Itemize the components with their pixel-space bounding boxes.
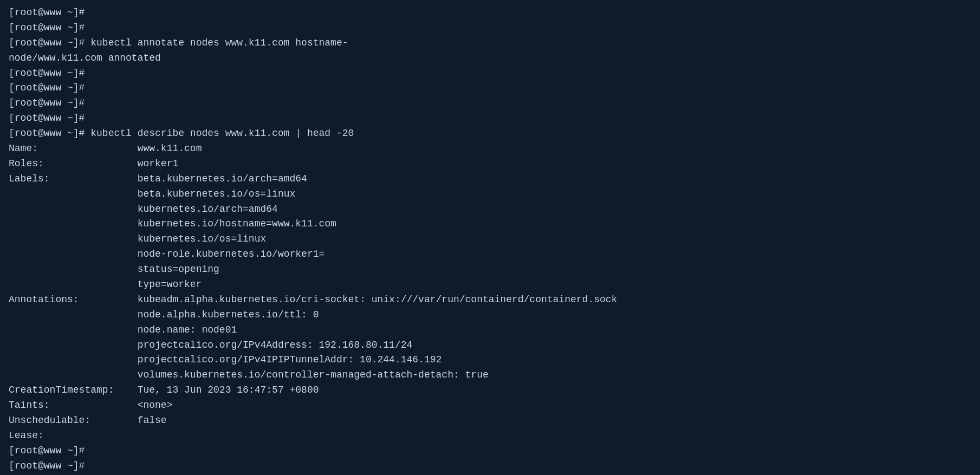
terminal-line: projectcalico.org/IPv4Address: 192.168.8… — [9, 338, 971, 353]
terminal-line: type=worker — [9, 277, 971, 292]
terminal-line: projectcalico.org/IPv4IPIPTunnelAddr: 10… — [9, 353, 971, 368]
terminal-line: Annotations: kubeadm.alpha.kubernetes.io… — [9, 292, 971, 308]
terminal-line: Labels: beta.kubernetes.io/arch=amd64 — [9, 172, 971, 187]
terminal-line: [root@www ~]# kubectl annotate nodes www… — [9, 36, 971, 51]
terminal-line: [root@www ~]# — [9, 21, 971, 36]
terminal-line: [root@www ~]# — [9, 66, 971, 81]
terminal-line: [root@www ~]# — [9, 81, 971, 96]
terminal-line: node/www.k11.com annotated — [9, 51, 971, 66]
terminal-line: Name: www.k11.com — [9, 141, 971, 157]
terminal-line: [root@www ~]# — [9, 459, 971, 474]
terminal-line: [root@www ~]# kubectl describe nodes www… — [9, 126, 971, 141]
terminal-line: [root@www ~]# — [9, 96, 971, 111]
terminal-line: volumes.kubernetes.io/controller-managed… — [9, 368, 971, 383]
terminal-line: Lease: — [9, 428, 971, 444]
terminal-line: kubernetes.io/hostname=www.k11.com — [9, 217, 971, 232]
terminal-line: node.name: node01 — [9, 323, 971, 338]
terminal-line: kubernetes.io/os=linux — [9, 232, 971, 247]
terminal-line: status=opening — [9, 262, 971, 277]
terminal-line: node-role.kubernetes.io/worker1= — [9, 247, 971, 262]
terminal-line: [root@www ~]# — [9, 111, 971, 126]
terminal-line: CreationTimestamp: Tue, 13 Jun 2023 16:4… — [9, 383, 971, 398]
terminal-line: Taints: <none> — [9, 398, 971, 413]
terminal-window: [root@www ~]#[root@www ~]#[root@www ~]# … — [9, 5, 971, 475]
terminal-line: beta.kubernetes.io/os=linux — [9, 187, 971, 202]
terminal-line: kubernetes.io/arch=amd64 — [9, 202, 971, 217]
terminal-line: [root@www ~]# — [9, 5, 971, 21]
terminal-line: Unschedulable: false — [9, 413, 971, 428]
terminal-line: Roles: worker1 — [9, 157, 971, 172]
terminal-line: node.alpha.kubernetes.io/ttl: 0 — [9, 308, 971, 323]
terminal-line: [root@www ~]# — [9, 444, 971, 459]
